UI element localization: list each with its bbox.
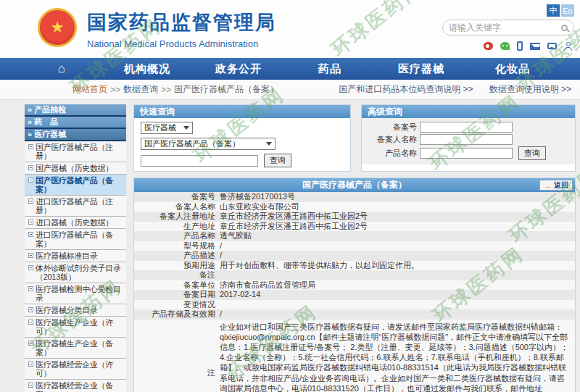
site-search-input[interactable] [449,22,561,33]
collapse-icon [28,362,33,367]
breadcrumb-home[interactable]: 网站首页 [72,83,107,96]
site-title-block: 国家药品监督管理局 National Medical Products Admi… [87,9,276,49]
nav-item-drugs[interactable]: 药品 [284,62,376,76]
mobile-icon[interactable] [517,41,523,51]
table-row: 变更情况 [134,300,575,310]
collapse-icon [28,253,33,258]
mail-icon[interactable] [530,43,540,50]
back-button-top[interactable]: → 返回 [539,180,573,191]
sidebar-item-import-registered[interactable]: 进口医疗器械产品（注册） [25,196,126,217]
collapse-icon [28,220,33,225]
type-select[interactable]: 国产医疗器械产品（备案） [141,138,276,150]
nav-item-agency-overview[interactable]: 机构概况 [102,62,193,76]
sidebar-item-device-classification[interactable]: 医疗器械分类目录 [25,304,126,317]
nav-item-medical-devices[interactable]: 医疗器械 [376,62,467,76]
quick-search-button[interactable]: 查询 [264,154,291,167]
product-name-input[interactable] [420,148,513,159]
category-select[interactable]: 医疗器械 [141,122,193,134]
sidebar-item-import-filed[interactable]: 进口医疗器械产品（备案） [25,229,126,250]
breadcrumb-bar: 网站首页 >> 数据查询 >> 国产医疗器械产品（备案） 国产和进口药品本位码查… [0,80,580,100]
sidebar-section-drugs[interactable]: »药 品 [25,117,126,129]
emblem-star-icon: ★ [50,20,65,36]
collapse-icon [28,199,33,204]
sidebar-item-device-standards[interactable]: 医疗器械标准目录 [25,250,126,262]
sidebar-item-distributor-licensed[interactable]: 医疗器械经营企业（许可） [25,359,126,380]
sidebar-section-product-sampling[interactable]: »产品抽检 [25,104,126,117]
collapse-icon [28,320,33,325]
link-drug-code-help[interactable]: 国产和进口药品本位码查询说明 >> [339,83,473,96]
filer-name-label: 备案人名称 [362,134,420,145]
sidebar-item-import-history[interactable]: 进口器械（历史数据） [25,217,126,229]
language-toggle: 中 En [547,4,574,17]
back-button-label: 返回 [554,180,568,191]
product-name-label: 产品名称 [362,148,420,159]
sidebar-item-ivd-catalog[interactable]: 体外诊断试剂分类子目录（2013版） [25,262,126,283]
sidebar-item-manufacturer-filed[interactable]: 医疗器械生产企业（备案） [25,338,126,359]
page: ★ 国家药品监督管理局 National Medical Products Ad… [0,0,580,392]
sidebar-section-medical-devices[interactable]: »医疗器械 [25,129,126,141]
lang-zh-button[interactable]: 中 [547,4,560,17]
sidebar-item-domestic-registered[interactable]: 国产医疗器械产品（注册） [25,141,126,162]
collapse-icon [28,165,33,170]
quick-search-input[interactable] [141,155,258,167]
nav-item-gov-affairs[interactable]: 政务公开 [193,62,284,76]
sidebar-item-domestic-filed[interactable]: 国产医疗器械产品（备案） [25,175,126,196]
quick-search-panel: 快速查询 医疗器械 国产医疗器械产品（备案） 查询 [133,104,351,172]
collapse-icon [28,144,33,149]
back-arrow-icon: → [544,181,552,190]
collapse-icon [28,383,33,388]
chevron-down-icon [266,142,272,146]
table-row: 产品存储及有效期/ [134,309,575,320]
table-row: 生产地址章丘市经济开发区潘王路西中拓工业园2号 [134,222,575,232]
table-row: 备案人名称山东亚欧实业有限公司 [134,202,575,212]
table-row: 备注 [134,270,575,280]
table-row: 型号规格/ [134,241,575,251]
table-row: 备案日期2017-02-14 [134,290,575,300]
sidebar-item-distributor-filed[interactable]: 医疗器械经营企业（备案） [25,380,126,392]
national-emblem-logo: ★ [38,8,77,47]
search-icon[interactable] [561,25,568,31]
table-row: 备案号鲁济械备20170013号 [134,192,575,202]
user-icon[interactable] [564,42,573,51]
sidebar: »产品抽检 »药 品 »医疗器械 国产医疗器械产品（注册） 国产器械（历史数据）… [25,104,126,392]
advanced-search-panel: 高级查询 备案号 备案人名称 产品名称 查询 [361,104,576,172]
table-row: 产品描述/ [134,251,575,261]
site-subtitle: National Medical Products Administration [87,38,276,49]
table-row: 备案单位济南市食品药品监督管理局 [134,280,575,291]
breadcrumb-separator: >> [161,85,171,95]
section-arrow-icon: » [28,130,32,138]
advanced-search-title: 高级查询 [362,105,575,118]
type-select-value: 国产医疗器械产品（备案） [144,138,240,149]
collapse-icon [28,307,33,312]
sidebar-item-testing-centers[interactable]: 医疗器械检测中心受检目录 [25,283,126,304]
sidebar-item-domestic-history[interactable]: 国产器械（历史数据） [25,162,126,175]
section-label: 药 品 [34,117,58,126]
message-icon[interactable] [547,43,557,49]
table-row-note: 注企业如对进口和国产三类医疗器械数据有疑问，请发送邮件至国家药监局医疗器械数据纠… [134,320,575,392]
breadcrumb-data-query[interactable]: 数据查询 [123,83,158,96]
filing-number-label: 备案号 [362,122,420,133]
filer-name-input[interactable] [420,134,513,145]
home-icon[interactable]: ⌂ [22,62,102,76]
collapse-icon [28,232,33,237]
table-row: 产品名称透气胶贴 [134,231,575,241]
table-row: 备案人注册地址章丘市经济开发区潘王路西中拓工业园2号 [134,212,575,222]
site-header: ★ 国家药品监督管理局 National Medical Products Ad… [0,0,580,58]
section-arrow-icon: » [28,105,32,114]
main-nav: ⌂ 机构概况 政务公开 药品 医疗器械 化妆品 [0,58,580,80]
weibo-icon[interactable] [484,42,493,50]
breadcrumb-current: 国产医疗器械产品（备案） [174,83,278,96]
nav-item-cosmetics[interactable]: 化妆品 [467,62,558,76]
sidebar-item-manufacturer-licensed[interactable]: 医疗器械生产企业（许可） [25,317,126,338]
breadcrumb-right-links: 国产和进口药品本位码查询说明 >> 数据查询使用说明 >> [339,83,571,96]
link-query-usage-help[interactable]: 数据查询使用说明 >> [489,83,571,96]
breadcrumb-separator: >> [110,85,120,95]
quick-search-title: 快速查询 [134,105,350,118]
advanced-search-button[interactable]: 查询 [518,146,546,160]
collapse-icon [28,341,33,346]
site-search-box [442,20,574,36]
section-label: 产品抽检 [34,105,66,114]
filing-number-input[interactable] [420,122,513,133]
wechat-icon[interactable] [500,42,510,50]
lang-en-button[interactable]: En [561,4,574,17]
